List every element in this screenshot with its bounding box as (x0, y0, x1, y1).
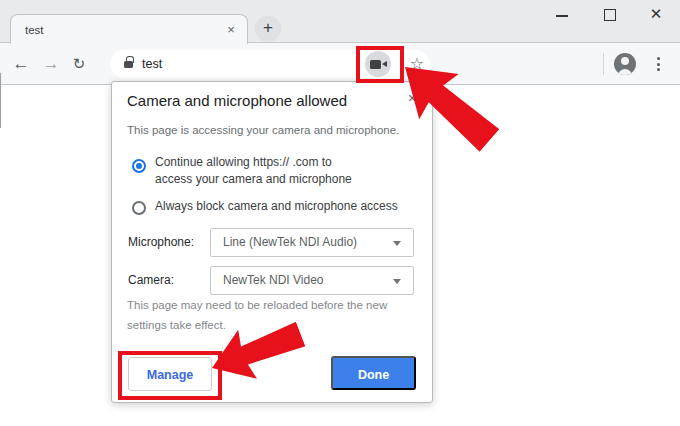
camera-label: Camera: (128, 273, 174, 287)
tab-close-icon[interactable]: × (223, 22, 239, 38)
reload-note-line1: This page may need to be reloaded before… (127, 299, 387, 311)
reload-button[interactable]: ↻ (66, 43, 92, 85)
new-tab-button[interactable]: + (255, 16, 281, 42)
microphone-select[interactable]: Line (NewTek NDI Audio) (210, 228, 414, 257)
lock-icon (124, 61, 133, 68)
window-maximize-button[interactable] (604, 9, 616, 21)
microphone-select-value: Line (NewTek NDI Audio) (223, 229, 357, 256)
browser-tab[interactable]: test × (10, 14, 248, 44)
dialog-title: Camera and microphone allowed (127, 92, 347, 109)
manage-highlight-box (118, 351, 222, 400)
chevron-down-icon (393, 241, 401, 246)
tab-strip: test × + ✕ (0, 0, 680, 43)
radio-always-block[interactable] (132, 201, 146, 215)
microphone-label: Microphone: (128, 235, 194, 249)
profile-avatar[interactable] (614, 53, 636, 75)
browser-menu-icon[interactable] (650, 52, 666, 76)
camera-select-value: NewTek NDI Video (223, 267, 324, 294)
radio-always-block-label: Always block camera and microphone acces… (155, 198, 398, 215)
forward-button[interactable]: → (38, 43, 64, 85)
radio-continue-allowing[interactable] (132, 159, 146, 173)
camera-select[interactable]: NewTek NDI Video (210, 266, 414, 295)
toolbar-divider (603, 53, 604, 75)
window-edge (0, 73, 1, 128)
back-button[interactable]: ← (8, 43, 34, 85)
reload-note-line2: settings take effect. (127, 319, 226, 331)
browser-toolbar: ← → ↻ test ☆ (0, 43, 680, 85)
url-text: test (142, 50, 162, 78)
window-minimize-button[interactable] (556, 15, 568, 17)
done-button[interactable]: Done (331, 356, 416, 390)
dialog-description: This page is accessing your camera and m… (127, 124, 399, 136)
tab-title: test (25, 24, 44, 36)
radio-continue-allowing-label: Continue allowing https:// .com to acces… (155, 154, 352, 188)
chevron-down-icon (393, 279, 401, 284)
window-close-button[interactable]: ✕ (646, 4, 666, 24)
